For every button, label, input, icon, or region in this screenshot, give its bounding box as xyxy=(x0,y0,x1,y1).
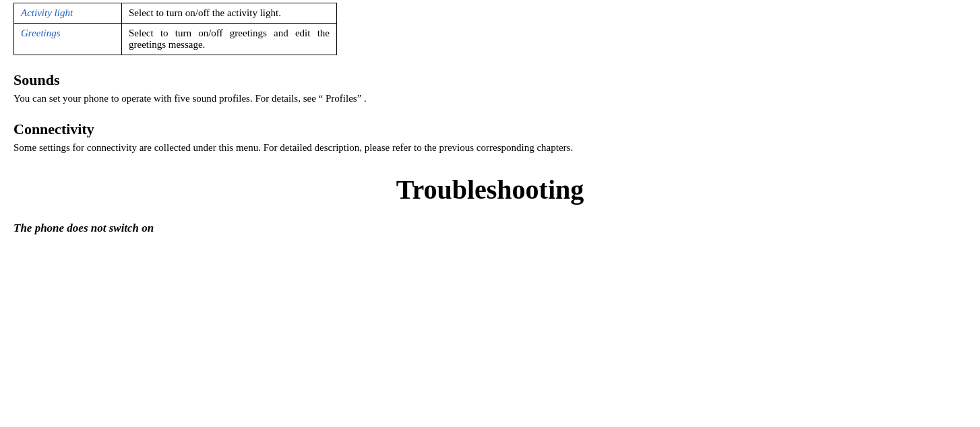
term-cell: Activity light xyxy=(14,3,122,24)
term-cell: Greetings xyxy=(14,24,122,55)
desc-cell: Select to turn on/off the activity light… xyxy=(122,3,337,24)
sounds-heading: Sounds xyxy=(13,71,967,89)
settings-table-container: Activity lightSelect to turn on/off the … xyxy=(13,3,967,55)
page-title: Troubleshooting xyxy=(13,174,967,205)
settings-table: Activity lightSelect to turn on/off the … xyxy=(13,3,337,55)
desc-cell: Select to turn on/off greetings and edit… xyxy=(122,24,337,55)
subheading-container: The phone does not switch on xyxy=(13,222,967,235)
connectivity-section: Connectivity Some settings for connectiv… xyxy=(13,121,967,154)
sounds-section: Sounds You can set your phone to operate… xyxy=(13,71,967,104)
table-row: Activity lightSelect to turn on/off the … xyxy=(14,3,337,24)
connectivity-body: Some settings for connectivity are colle… xyxy=(13,142,967,154)
subheading: The phone does not switch on xyxy=(13,222,967,235)
page-title-container: Troubleshooting xyxy=(13,174,967,205)
table-row: GreetingsSelect to turn on/off greetings… xyxy=(14,24,337,55)
sounds-body: You can set your phone to operate with f… xyxy=(13,93,967,104)
connectivity-heading: Connectivity xyxy=(13,121,967,138)
